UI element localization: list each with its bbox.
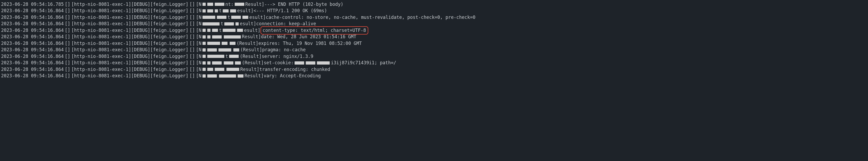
- redacted-block: [212, 29, 218, 32]
- log-class-prefix: [N: [196, 1, 202, 8]
- redacted-block: [226, 68, 239, 71]
- redacted-block: [203, 3, 206, 6]
- redacted-block: [207, 62, 211, 65]
- log-empty-bracket: []: [65, 7, 70, 14]
- redacted-block: [237, 29, 243, 32]
- log-timestamp: 2023-06-28 09:54:16.864: [1, 59, 64, 66]
- log-logger: [feign.Logger]: [150, 53, 188, 60]
- log-line: 2023-06-28 09:54:16.864 [] [http-nio-808…: [0, 60, 868, 67]
- redacted-block: [235, 3, 244, 6]
- log-thread: [http-nio-8081-exec-1]: [71, 59, 131, 66]
- log-result-suffix: esult]: [237, 7, 253, 14]
- log-empty-bracket: []: [189, 7, 195, 14]
- log-class-prefix: [N: [196, 59, 202, 66]
- redacted-classname: [224, 22, 239, 26]
- redacted-block: [207, 74, 217, 78]
- redacted-classname: [203, 16, 226, 19]
- log-message-highlighted: content-type: text/html; charset=UTF-8: [260, 26, 368, 35]
- log-level: [DEBUG]: [131, 21, 150, 27]
- redacted-block: [224, 35, 241, 39]
- log-thread: [http-nio-8081-exec-1]: [71, 53, 131, 60]
- log-empty-bracket: []: [65, 53, 70, 60]
- log-empty-bracket: []: [65, 73, 70, 79]
- redacted-block: [230, 42, 236, 45]
- log-timestamp: 2023-06-28 09:54:16.864: [1, 27, 64, 34]
- redacted-block: [215, 9, 218, 12]
- redacted-block: [317, 62, 330, 65]
- redacted-block: [234, 48, 239, 51]
- redacted-block: [203, 29, 206, 32]
- log-empty-bracket: []: [189, 1, 195, 8]
- redacted-classname: [203, 29, 218, 32]
- log-thread: [http-nio-8081-exec-1]: [71, 73, 131, 79]
- log-thread: [http-nio-8081-exec-1]: [71, 46, 131, 53]
- log-message: vary: Accept-Encoding: [264, 73, 321, 79]
- log-level: [DEBUG]: [131, 40, 150, 47]
- log-timestamp: 2023-06-28 09:54:16.785: [1, 1, 64, 8]
- log-thread: [http-nio-8081-exec-1]: [71, 34, 131, 40]
- log-line: 2023-06-28 09:54:16.864 [] [http-nio-808…: [0, 40, 868, 47]
- redacted-block: [222, 42, 227, 45]
- log-timestamp: 2023-06-28 09:54:16.864: [1, 40, 64, 47]
- redacted-block: [215, 68, 224, 71]
- redacted-block: [219, 74, 236, 78]
- log-mid-text: t: [221, 21, 223, 27]
- log-message: set-cookie:: [264, 59, 294, 66]
- redacted-classname: [203, 3, 224, 6]
- log-logger: [feign.Logger]: [150, 59, 188, 66]
- redacted-classname: [203, 42, 227, 45]
- log-class-prefix: [N: [196, 53, 202, 60]
- log-thread: [http-nio-8081-exec-1]: [71, 27, 131, 34]
- log-timestamp: 2023-06-28 09:54:16.864: [1, 53, 64, 60]
- log-result-suffix: Result]: [242, 34, 261, 40]
- log-logger: [feign.Logger]: [150, 14, 188, 21]
- redacted-classname: [203, 9, 218, 12]
- redacted-block: [207, 48, 217, 51]
- log-message: server: nginx/1.3.9: [261, 53, 313, 60]
- redacted-block: [306, 62, 315, 65]
- redacted-block: [203, 55, 206, 58]
- redacted-classname: [226, 68, 239, 71]
- log-logger: [feign.Logger]: [150, 46, 188, 53]
- redacted-cookie-value: [294, 62, 330, 65]
- redacted-classname: [223, 29, 243, 32]
- log-class-prefix: [N: [196, 7, 202, 14]
- log-line: 2023-06-28 09:54:16.864 [] [http-nio-808…: [0, 14, 868, 21]
- log-result-suffix: (Result]: [242, 59, 264, 66]
- log-empty-bracket: []: [189, 34, 195, 40]
- redacted-classname: [231, 16, 248, 19]
- log-empty-bracket: []: [65, 66, 70, 73]
- redacted-block: [223, 9, 228, 12]
- log-result-suffix: esult]: [240, 21, 256, 27]
- log-empty-bracket: []: [65, 14, 70, 21]
- redacted-block: [203, 42, 206, 45]
- log-mid-text: t: [219, 7, 222, 14]
- redacted-block: [203, 62, 206, 65]
- log-message: ---> END HTTP (102-byte body): [264, 1, 343, 8]
- redacted-classname: [224, 62, 241, 65]
- log-result-suffix: Result]: [245, 73, 264, 79]
- redacted-block: [224, 22, 234, 26]
- redacted-block: [207, 35, 211, 39]
- log-empty-bracket: []: [65, 40, 70, 47]
- log-mid-text: nt:: [225, 1, 234, 8]
- redacted-block: [242, 16, 248, 19]
- redacted-classname: [203, 22, 220, 26]
- log-class-prefix: [N: [196, 21, 202, 27]
- redacted-classname: [234, 48, 239, 51]
- log-logger: [feign.Logger]: [150, 66, 188, 73]
- log-result-suffix: (Result]: [237, 40, 258, 47]
- redacted-block: [203, 48, 206, 51]
- log-class-prefix: [N: [196, 66, 202, 73]
- log-level: [DEBUG]: [131, 27, 150, 34]
- log-thread: [http-nio-8081-exec-1]: [71, 40, 131, 47]
- redacted-block: [203, 35, 206, 39]
- log-logger: [feign.Logger]: [150, 73, 188, 79]
- log-timestamp: 2023-06-28 09:54:16.864: [1, 14, 64, 21]
- redacted-classname: [203, 68, 224, 71]
- log-empty-bracket: []: [65, 27, 70, 34]
- log-level: [DEBUG]: [131, 59, 150, 66]
- log-level: [DEBUG]: [131, 14, 150, 21]
- log-message: cache-control: no-store, no-cache, must-…: [266, 14, 475, 21]
- log-logger: [feign.Logger]: [150, 21, 188, 27]
